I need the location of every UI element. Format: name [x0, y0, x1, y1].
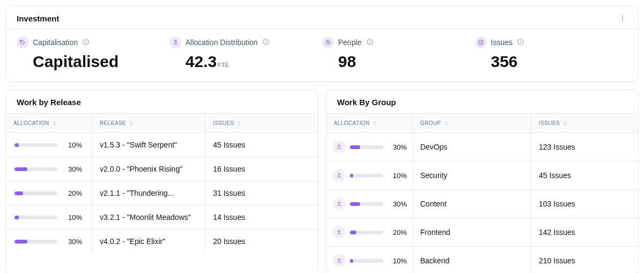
allocation-percent: 20% — [63, 189, 82, 197]
table-row[interactable]: 10%v3.2.1 - "Moonlit Meadows"14 Issues — [6, 205, 318, 230]
investment-card: Investment Capitalisation Capitalised — [5, 5, 639, 82]
column-group[interactable]: Group — [412, 114, 531, 132]
allocation-cell: 30% — [326, 133, 412, 161]
svg-rect-16 — [479, 40, 483, 45]
allocation-cell: 30% — [6, 157, 92, 181]
sort-icon — [52, 121, 57, 126]
allocation-percent: 30% — [387, 200, 407, 208]
allocation-bar — [14, 240, 57, 244]
issues-count: 20 Issues — [205, 230, 318, 253]
more-options-icon[interactable] — [618, 13, 627, 23]
allocation-bar — [14, 216, 57, 219]
allocation-bar — [350, 145, 383, 149]
stat-value: 42.3FTE — [170, 53, 323, 71]
person-icon — [170, 36, 181, 48]
table-row[interactable]: 30%DevOps123 Issues — [326, 133, 638, 161]
table-row[interactable]: 10%Backend210 Issues — [326, 247, 638, 273]
sort-icon — [562, 121, 568, 126]
table-row[interactable]: 10%v1.5.3 - "Swift Serpent"45 Issues — [6, 133, 318, 157]
allocation-percent: 20% — [387, 228, 407, 237]
column-allocation[interactable]: Allocation — [326, 114, 412, 132]
stat-value: 98 — [322, 53, 475, 71]
issues-count: 210 Issues — [531, 247, 638, 273]
table-row[interactable]: 30%Content103 Issues — [326, 190, 638, 218]
table-row[interactable]: 10%Security45 Issues — [326, 161, 638, 190]
column-label: Allocation — [334, 120, 370, 126]
table-row[interactable]: 30%v4.0.2 - "Epic Elixir"20 Issues — [6, 230, 318, 253]
stat-capitalisation: Capitalisation Capitalised — [17, 36, 170, 71]
group-name: Security — [412, 161, 531, 189]
work-by-group-panel: Work By Group Allocation Group Issues 30… — [326, 90, 639, 273]
panel-title: Work By Group — [326, 90, 638, 113]
issues-count: 16 Issues — [205, 157, 318, 181]
allocation-percent: 10% — [387, 172, 407, 180]
table-header: Allocation Release Issues — [6, 113, 318, 133]
table-row[interactable]: 30%v2.0.0 - "Phoenix Rising"16 Issues — [6, 157, 318, 181]
column-release[interactable]: Release — [92, 114, 205, 132]
svg-point-20 — [338, 145, 340, 147]
column-label: Issues — [539, 120, 560, 126]
allocation-percent: 10% — [63, 213, 82, 222]
column-allocation[interactable]: Allocation — [6, 114, 92, 132]
info-icon[interactable] — [262, 38, 269, 47]
svg-point-24 — [338, 259, 340, 261]
sort-icon — [444, 121, 449, 126]
issues-count: 123 Issues — [531, 133, 638, 161]
stat-value: 356 — [475, 53, 628, 71]
info-icon[interactable] — [517, 38, 524, 47]
people-icon — [322, 36, 334, 48]
stat-label: Allocation Distribution — [186, 38, 258, 47]
table-row[interactable]: 20%v2.1.1 - "Thundering...31 Issues — [6, 181, 318, 205]
allocation-bar — [350, 231, 383, 234]
release-name: v1.5.3 - "Swift Serpent" — [92, 133, 205, 157]
svg-point-22 — [338, 202, 340, 204]
stat-people: People 98 — [322, 36, 475, 71]
column-issues[interactable]: Issues — [531, 114, 638, 132]
svg-point-11 — [326, 41, 328, 42]
group-name: Backend — [412, 247, 531, 273]
person-icon — [333, 254, 346, 267]
stat-issues: Issues 356 — [475, 36, 628, 71]
info-icon[interactable] — [366, 38, 374, 47]
table-row[interactable]: 20%Frontend142 Issues — [326, 218, 638, 247]
column-label: Release — [100, 120, 126, 126]
card-header: Investment — [6, 6, 638, 28]
svg-point-2 — [622, 20, 623, 21]
table-body: 10%v1.5.3 - "Swift Serpent"45 Issues30%v… — [6, 133, 318, 253]
issues-count: 45 Issues — [205, 133, 318, 157]
release-name: v2.1.1 - "Thundering... — [92, 181, 205, 205]
svg-point-21 — [338, 173, 340, 175]
allocation-bar — [14, 167, 57, 171]
release-name: v3.2.1 - "Moonlit Meadows" — [92, 205, 205, 229]
sort-icon — [129, 121, 134, 126]
allocation-cell: 30% — [6, 230, 92, 253]
stat-allocation: Allocation Distribution 42.3FTE — [170, 36, 323, 71]
column-label: Issues — [213, 120, 234, 126]
card-title: Investment — [17, 14, 59, 23]
panel-title: Work by Release — [6, 90, 318, 113]
allocation-cell: 30% — [326, 190, 412, 218]
check-square-icon — [475, 36, 487, 48]
svg-point-1 — [622, 18, 623, 19]
issues-count: 14 Issues — [205, 205, 318, 229]
allocation-percent: 30% — [387, 143, 407, 151]
allocation-cell: 10% — [326, 161, 412, 189]
group-name: DevOps — [412, 133, 531, 161]
column-issues[interactable]: Issues — [205, 114, 318, 132]
stat-value: Capitalised — [17, 53, 170, 71]
info-icon[interactable] — [82, 38, 90, 47]
column-label: Allocation — [13, 120, 49, 126]
person-icon — [333, 197, 346, 210]
stat-unit: FTE — [218, 62, 229, 68]
release-name: v4.0.2 - "Epic Elixir" — [92, 230, 205, 253]
svg-point-3 — [21, 41, 21, 42]
allocation-cell: 20% — [326, 218, 412, 246]
stat-label: People — [338, 38, 362, 47]
release-name: v2.0.0 - "Phoenix Rising" — [92, 157, 205, 181]
person-icon — [333, 169, 346, 182]
svg-point-7 — [174, 40, 177, 42]
svg-point-23 — [338, 230, 340, 232]
svg-point-6 — [86, 40, 86, 41]
allocation-bar — [350, 259, 383, 263]
person-icon — [333, 226, 346, 239]
